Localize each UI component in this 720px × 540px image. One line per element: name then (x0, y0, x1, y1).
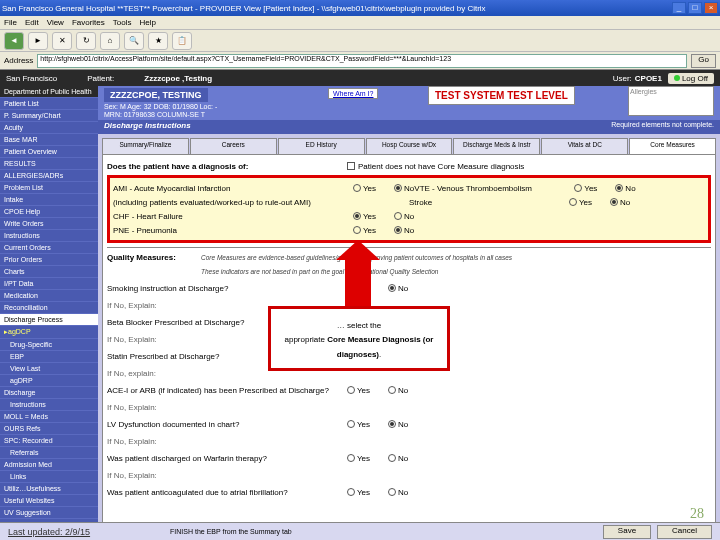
sidebar-item[interactable]: Utiliz…Usefulness (0, 483, 98, 495)
no-radio[interactable]: No (615, 184, 635, 193)
minimize-button[interactable]: _ (672, 2, 686, 14)
no-radio[interactable]: No (394, 184, 414, 193)
address-input[interactable]: http://sfghweb01/citrix/AccessPlatform/s… (37, 54, 687, 68)
sidebar-item[interactable]: MOLL = Meds (0, 411, 98, 423)
no-radio[interactable]: No (394, 212, 414, 221)
sidebar-item[interactable]: I/PT Data (0, 278, 98, 290)
sidebar-item[interactable]: EBP (0, 351, 98, 363)
yes-radio[interactable]: Yes (353, 212, 376, 221)
no-radio[interactable]: No (388, 454, 408, 463)
sidebar-item[interactable]: ALLERGIES/ADRs (0, 170, 98, 182)
sidebar-item[interactable]: Intake (0, 194, 98, 206)
sidebar-item[interactable]: Useful Websites (0, 495, 98, 507)
yes-radio[interactable]: Yes (353, 226, 376, 235)
favorites-button[interactable]: ★ (148, 32, 168, 50)
app-header: San Francisco Patient: Zzzzcpoe ,Testing… (0, 70, 720, 86)
qm-note2: These indicators are not based in part o… (201, 268, 438, 275)
yes-radio[interactable]: Yes (353, 184, 376, 193)
yes-radio[interactable]: Yes (347, 454, 370, 463)
tab[interactable]: Careers (190, 138, 277, 154)
sidebar-item[interactable]: Drug-Specific (0, 339, 98, 351)
sidebar-item[interactable]: Medication (0, 290, 98, 302)
sidebar-item[interactable]: Acuity (0, 122, 98, 134)
sidebar-item[interactable]: Admission Med (0, 459, 98, 471)
yes-radio[interactable]: Yes (347, 386, 370, 395)
tab[interactable]: ED History (278, 138, 365, 154)
menu-help[interactable]: Help (139, 18, 155, 27)
yes-radio[interactable]: Yes (569, 198, 592, 207)
qm-question: Was patient anticoagulated due to atrial… (107, 488, 347, 497)
diagnosis-prompt: Does the patient have a diagnosis of: (107, 162, 347, 171)
no-radio[interactable]: No (394, 226, 414, 235)
no-radio[interactable]: No (388, 284, 408, 293)
slide-number: 28 (690, 506, 704, 522)
menu-edit[interactable]: Edit (25, 18, 39, 27)
sidebar-item[interactable]: Discharge Process (0, 314, 98, 326)
sidebar-item[interactable]: OURS Refs (0, 423, 98, 435)
sidebar-item[interactable]: UV Suggestion (0, 507, 98, 519)
sidebar-item[interactable]: ▸agDCP (0, 326, 98, 339)
go-button[interactable]: Go (691, 54, 716, 68)
sidebar-item[interactable]: CPOE Help (0, 206, 98, 218)
tab[interactable]: Vitals at DC (541, 138, 628, 154)
sidebar-item[interactable]: Problem List (0, 182, 98, 194)
tab[interactable]: Hosp Course w/Dx (366, 138, 453, 154)
sidebar-item[interactable]: Write Orders (0, 218, 98, 230)
sidebar-item[interactable]: SPC: Recorded (0, 435, 98, 447)
home-button[interactable]: ⌂ (100, 32, 120, 50)
yes-radio[interactable]: Yes (347, 488, 370, 497)
sidebar-item[interactable]: P. Summary/Chart (0, 110, 98, 122)
close-button[interactable]: × (704, 2, 718, 14)
diag-label: Stroke (409, 198, 569, 207)
cancel-button[interactable]: Cancel (657, 525, 712, 539)
sidebar-item[interactable]: Current Orders (0, 242, 98, 254)
section-title: Discharge Instructions (104, 121, 191, 130)
no-radio[interactable]: No (610, 198, 630, 207)
yes-radio[interactable]: Yes (574, 184, 597, 193)
allergies-box[interactable]: Allergies (628, 86, 714, 116)
no-radio[interactable]: No (388, 420, 408, 429)
menu-favorites[interactable]: Favorites (72, 18, 105, 27)
sidebar-item[interactable]: agDRP (0, 375, 98, 387)
sidebar-item[interactable]: Instructions (0, 399, 98, 411)
patient-demographics-2: MRN: 01798638 COLUMN-SE T (104, 111, 714, 118)
sidebar-item[interactable]: Discharge (0, 387, 98, 399)
save-button[interactable]: Save (603, 525, 651, 539)
sidebar-item[interactable]: Referrals (0, 447, 98, 459)
tab[interactable]: Core Measures (629, 138, 716, 154)
sidebar-item[interactable]: Links (0, 471, 98, 483)
menu-file[interactable]: File (4, 18, 17, 27)
qm-question: Smoking instruction at Discharge? (107, 284, 347, 293)
explain-label: If No, Explain: (107, 403, 157, 412)
sidebar-item[interactable]: Patient Overview (0, 146, 98, 158)
refresh-button[interactable]: ↻ (76, 32, 96, 50)
forward-button[interactable]: ► (28, 32, 48, 50)
tab[interactable]: Discharge Meds & Instr (453, 138, 540, 154)
user-label: User: (613, 74, 632, 83)
where-am-i-link[interactable]: Where Am I? (328, 88, 378, 99)
back-button[interactable]: ◄ (4, 32, 24, 50)
menu-tools[interactable]: Tools (113, 18, 132, 27)
stop-button[interactable]: ✕ (52, 32, 72, 50)
sidebar-item[interactable]: Charts (0, 266, 98, 278)
menu-view[interactable]: View (47, 18, 64, 27)
search-button[interactable]: 🔍 (124, 32, 144, 50)
sidebar-item[interactable]: Prior Orders (0, 254, 98, 266)
tab[interactable]: Summary/Finalize (102, 138, 189, 154)
history-button[interactable]: 📋 (172, 32, 192, 50)
no-cm-checkbox[interactable] (347, 162, 355, 170)
sidebar-item[interactable]: Patient List (0, 98, 98, 110)
instruction-callout: … select the appropriate Core Measure Di… (268, 306, 450, 371)
qm-question: ACE-I or ARB (if indicated) has been Pre… (107, 386, 347, 395)
no-radio[interactable]: No (388, 386, 408, 395)
no-radio[interactable]: No (388, 488, 408, 497)
sidebar-item[interactable]: Base MAR (0, 134, 98, 146)
sidebar-item[interactable]: Instructions (0, 230, 98, 242)
sidebar-item[interactable]: RESULTS (0, 158, 98, 170)
sidebar-item[interactable]: View Last (0, 363, 98, 375)
sidebar-item[interactable]: Reconciliation (0, 302, 98, 314)
yes-radio[interactable]: Yes (347, 420, 370, 429)
maximize-button[interactable]: □ (688, 2, 702, 14)
dept-name: San Francisco (6, 74, 57, 83)
logoff-button[interactable]: Log Off (668, 73, 714, 84)
